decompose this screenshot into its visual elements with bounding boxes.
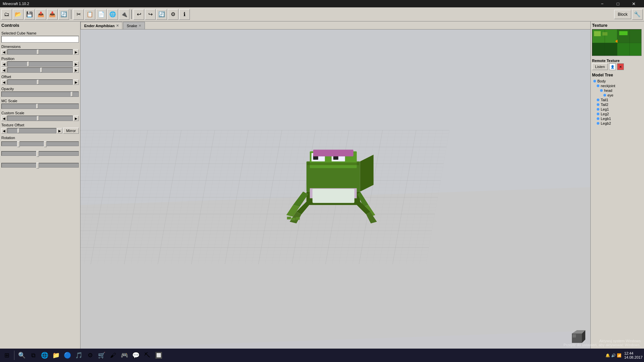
dimensions-slider-minus[interactable]: ◀ — [1, 49, 7, 55]
tree-dot-legb1 — [597, 117, 599, 120]
taskbar-search[interactable]: 🔍 — [16, 350, 27, 361]
taskbar-app-2[interactable]: 💬 — [130, 350, 141, 361]
toolbar-settings[interactable]: ⚙ — [168, 9, 178, 20]
toolbar-skin[interactable]: 🌐 — [107, 9, 118, 20]
taskbar-minecraft[interactable]: ⛏ — [142, 350, 153, 361]
toolbar-refresh[interactable]: 🔄 — [58, 9, 69, 20]
toolbar-import[interactable]: 📥 — [47, 9, 58, 20]
toolbar-redo[interactable]: ↪ — [145, 9, 156, 20]
rotation-track-3[interactable] — [1, 163, 79, 168]
tab-ender-amphibian-close[interactable]: ✕ — [116, 24, 119, 27]
tab-snake-close[interactable]: ✕ — [139, 24, 141, 27]
windows-watermark: Aktywuj system Windows Przejdź do ustawi… — [564, 339, 641, 347]
model-3d — [280, 135, 387, 229]
toolbar-open[interactable]: 📂 — [13, 9, 23, 20]
texture-icon-2[interactable]: ✕ — [617, 63, 624, 70]
viewport[interactable] — [80, 29, 590, 349]
offset-slider-plus[interactable]: ▶ — [73, 79, 79, 85]
custom-scale-slider-minus[interactable]: ◀ — [1, 116, 7, 121]
tree-item-body[interactable]: Body — [592, 79, 643, 83]
tree-label-tail1: Tail1 — [601, 98, 608, 102]
taskbar-task-view[interactable]: ⧉ — [28, 350, 39, 361]
toolbar-extra[interactable]: 🔧 — [632, 9, 643, 20]
svg-rect-13 — [313, 150, 354, 157]
toolbar-new[interactable]: 🗂 — [1, 9, 12, 20]
taskbar-file-explorer[interactable]: 📁 — [51, 350, 61, 361]
tree-item-eye[interactable]: eye — [592, 93, 643, 98]
toolbar-reset[interactable]: 🔄 — [156, 9, 167, 20]
tree-item-leg1[interactable]: Leg1 — [592, 107, 643, 112]
toolbar-export[interactable]: 📤 — [36, 9, 46, 20]
custom-scale-slider-plus[interactable]: ▶ — [73, 116, 79, 121]
taskbar-cortana[interactable]: 🎵 — [73, 350, 84, 361]
taskbar-settings[interactable]: ⚙ — [85, 350, 96, 361]
dimensions-slider-track[interactable] — [7, 49, 73, 55]
tree-dot-head — [600, 89, 603, 92]
selected-cube-name-input[interactable] — [1, 36, 79, 43]
rotation-track-2[interactable] — [1, 151, 79, 156]
position-slider-track[interactable] — [7, 61, 73, 67]
offset-slider-minus[interactable]: ◀ — [1, 79, 7, 85]
position-slider2-track[interactable] — [7, 67, 73, 73]
taskbar-app-3[interactable]: 🔲 — [153, 350, 164, 361]
toolbar-separator-2 — [131, 10, 132, 19]
toolbar-plugin[interactable]: 🔌 — [119, 9, 129, 20]
tree-item-tail1[interactable]: Tail1 — [592, 98, 643, 102]
maximize-button[interactable]: □ — [610, 0, 626, 7]
svg-rect-30 — [573, 334, 576, 338]
tab-snake[interactable]: Snake ✕ — [123, 22, 145, 29]
close-button[interactable]: ✕ — [626, 0, 641, 7]
taskbar-store[interactable]: 🛒 — [96, 350, 107, 361]
taskbar: ⊞ 🔍 ⧉ 🌐 📁 🔵 🎵 ⚙ 🛒 🖌 🎮 💬 ⛏ 🔲 🔔 🔊 📶 12:44 … — [0, 349, 644, 362]
opacity-slider-track[interactable] — [1, 92, 79, 97]
texture-offset-label: Texture Offset — [1, 123, 79, 127]
tree-item-legb1[interactable]: Legb1 — [592, 116, 643, 121]
rotation-label: Rotation — [1, 136, 79, 140]
titlebar-controls: − □ ✕ — [595, 0, 641, 7]
offset-slider-track[interactable] — [7, 79, 73, 85]
tree-dot-leg2 — [597, 113, 599, 115]
rotation-track-1[interactable] — [1, 141, 79, 146]
taskbar-app-1[interactable]: 🎮 — [119, 350, 130, 361]
toolbar-undo[interactable]: ↩ — [133, 9, 144, 20]
mirror-button[interactable]: Mirror — [63, 128, 79, 134]
position-slider-row: ◀ ▶ — [1, 61, 79, 67]
toolbar-copy[interactable]: 📋 — [85, 9, 95, 20]
toolbar-paste[interactable]: 📄 — [96, 9, 107, 20]
tree-label-leg2: Leg2 — [601, 112, 609, 116]
texture-icon-1[interactable]: 👤 — [609, 63, 616, 70]
tree-label-neckjoint: neckjoint — [601, 84, 615, 88]
position-label: Position — [1, 57, 79, 61]
block-button[interactable]: Block — [614, 10, 631, 19]
tree-item-leg2[interactable]: Leg2 — [592, 112, 643, 116]
tree-item-neckjoint[interactable]: neckjoint — [592, 83, 643, 88]
position-slider2-minus[interactable]: ◀ — [1, 67, 7, 73]
texture-offset-slider-minus[interactable]: ◀ — [1, 128, 7, 133]
mc-scale-slider-track[interactable] — [1, 104, 79, 109]
dimensions-slider-plus[interactable]: ▶ — [73, 49, 79, 55]
listen-button[interactable]: Listen — [592, 63, 608, 70]
position-slider-minus[interactable]: ◀ — [1, 61, 7, 67]
custom-scale-label: Custom Scale — [1, 111, 79, 115]
tree-item-legb2[interactable]: Legb2 — [592, 121, 643, 126]
taskbar-edge[interactable]: 🔵 — [62, 350, 73, 361]
svg-rect-22 — [313, 189, 355, 203]
position-slider-plus[interactable]: ▶ — [73, 61, 79, 67]
tree-item-tail2[interactable]: Tail2 — [592, 102, 643, 107]
toolbar-save[interactable]: 💾 — [24, 9, 35, 20]
toolbar-cut[interactable]: ✂ — [73, 9, 84, 20]
taskbar-ie[interactable]: 🌐 — [39, 350, 50, 361]
toolbar-info[interactable]: ℹ — [179, 9, 190, 20]
titlebar: Minecraft 1.10.2 − □ ✕ — [0, 0, 644, 7]
tab-ender-amphibian[interactable]: Ender Amphibian ✕ — [80, 22, 122, 29]
custom-scale-slider-row: ◀ ▶ — [1, 116, 79, 121]
texture-offset-slider-plus[interactable]: ▶ — [57, 128, 62, 133]
minimize-button[interactable]: − — [595, 0, 610, 7]
tree-item-head[interactable]: head — [592, 88, 643, 93]
taskbar-paint[interactable]: 🖌 — [108, 350, 118, 361]
taskbar-start[interactable]: ⊞ — [1, 350, 12, 361]
position-slider2-plus[interactable]: ▶ — [73, 67, 79, 73]
texture-offset-slider-track[interactable] — [7, 128, 56, 133]
custom-scale-slider-track[interactable] — [7, 116, 73, 121]
taskbar-clock: 12:44 14.08.2017 — [624, 351, 643, 359]
